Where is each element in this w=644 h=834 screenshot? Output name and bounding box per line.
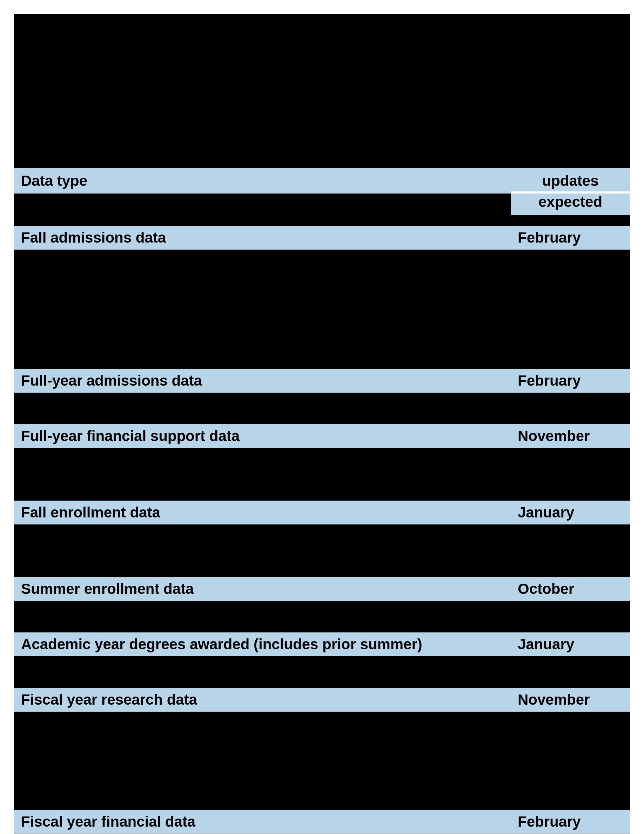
table-header-row-2: expected [14,194,630,215]
redacted-block [14,448,630,501]
section-row: Academic year degrees awarded (includes … [14,632,630,656]
redacted-block [14,250,630,369]
redacted-block [14,656,630,688]
section-row: Fall admissions dataFebruary [14,226,630,250]
header-updates-line1: updates [511,168,630,191]
top-redacted-block [14,14,630,168]
section-row: Summer enrollment dataOctober [14,577,630,601]
section-label: Full-year financial support data [14,424,511,448]
divider-block [14,215,630,226]
section-update: October [511,577,630,601]
section-label: Fall enrollment data [14,501,511,524]
section-label: Summer enrollment data [14,577,511,601]
sections-container: Fall admissions dataFebruaryFull-year ad… [14,226,630,834]
redacted-block [14,712,630,810]
section-label: Fall admissions data [14,226,511,250]
page-container: Data type updates expected Fall admissio… [0,0,644,834]
section-update: January [511,501,630,524]
header-updates-line2: expected [511,194,630,215]
section-update: February [511,226,630,250]
section-update: January [511,632,630,656]
table-header-row: Data type updates [14,168,630,194]
section-label: Full-year admissions data [14,369,511,393]
section-row: Fiscal year financial dataFebruary [14,810,630,834]
redacted-block [14,393,630,424]
section-label: Fiscal year financial data [14,810,511,834]
section-label: Academic year degrees awarded (includes … [14,632,511,656]
section-row: Fiscal year research dataNovember [14,688,630,712]
section-row: Full-year admissions dataFebruary [14,369,630,393]
section-row: Full-year financial support dataNovember [14,424,630,448]
section-update: February [511,810,630,834]
section-row: Fall enrollment dataJanuary [14,501,630,524]
section-label: Fiscal year research data [14,688,511,712]
redacted-block [14,601,630,632]
redacted-block [14,524,630,577]
header-redacted-left [14,194,511,215]
section-update: November [511,688,630,712]
section-update: November [511,424,630,448]
section-update: February [511,369,630,393]
header-data-type: Data type [14,168,511,194]
